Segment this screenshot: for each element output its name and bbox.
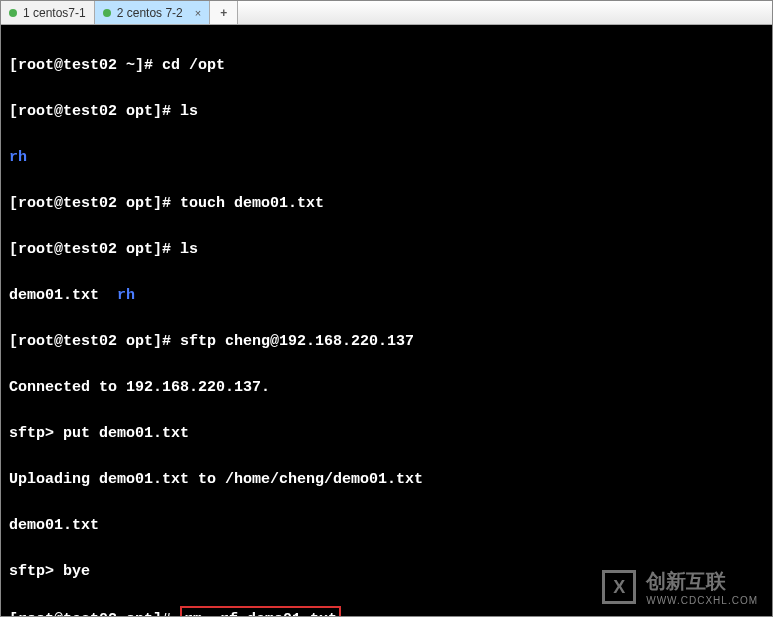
output-text: Uploading demo01.txt to /home/cheng/demo… xyxy=(9,468,764,491)
prompt: [root@test02 opt]# xyxy=(9,195,180,212)
watermark-subtext: WWW.CDCXHL.COM xyxy=(646,595,758,606)
output-text: demo01.txt xyxy=(9,514,764,537)
tab-bar: 1 centos7-1 2 centos 7-2 × + xyxy=(1,1,772,25)
watermark-text: 创新互联 xyxy=(646,570,726,592)
command-text: ls xyxy=(180,103,198,120)
output-text: rh xyxy=(9,146,764,169)
command-text: rm -rf demo01.txt xyxy=(184,611,337,617)
command-text: bye xyxy=(63,563,90,580)
terminal-output[interactable]: [root@test02 ~]# cd /opt [root@test02 op… xyxy=(1,25,772,617)
prompt: [root@test02 ~]# xyxy=(9,57,162,74)
output-text: demo01.txt xyxy=(9,287,117,304)
command-text: ls xyxy=(180,241,198,258)
add-tab-button[interactable]: + xyxy=(210,1,238,24)
output-text: rh xyxy=(117,287,135,304)
tab-label: 2 centos 7-2 xyxy=(117,6,183,20)
output-text: Connected to 192.168.220.137. xyxy=(9,376,764,399)
tab-centos7-1[interactable]: 1 centos7-1 xyxy=(1,1,95,24)
watermark-logo-icon: X xyxy=(602,570,636,604)
status-dot-icon xyxy=(9,9,17,17)
prompt: [root@test02 opt]# xyxy=(9,333,180,350)
plus-icon: + xyxy=(220,6,227,20)
tab-label: 1 centos7-1 xyxy=(23,6,86,20)
prompt: sftp> xyxy=(9,563,63,580)
tab-centos7-2[interactable]: 2 centos 7-2 × xyxy=(95,1,210,24)
highlight-box: rm -rf demo01.txt xyxy=(180,606,341,617)
prompt: [root@test02 opt]# xyxy=(9,103,180,120)
prompt: sftp> xyxy=(9,425,63,442)
command-text: sftp cheng@192.168.220.137 xyxy=(180,333,414,350)
prompt: [root@test02 opt]# xyxy=(9,241,180,258)
command-text: touch demo01.txt xyxy=(180,195,324,212)
status-dot-icon xyxy=(103,9,111,17)
watermark: X 创新互联 WWW.CDCXHL.COM xyxy=(602,568,758,606)
close-icon[interactable]: × xyxy=(195,7,201,19)
command-text: cd /opt xyxy=(162,57,225,74)
command-text: put demo01.txt xyxy=(63,425,189,442)
prompt: [root@test02 opt]# xyxy=(9,611,180,617)
